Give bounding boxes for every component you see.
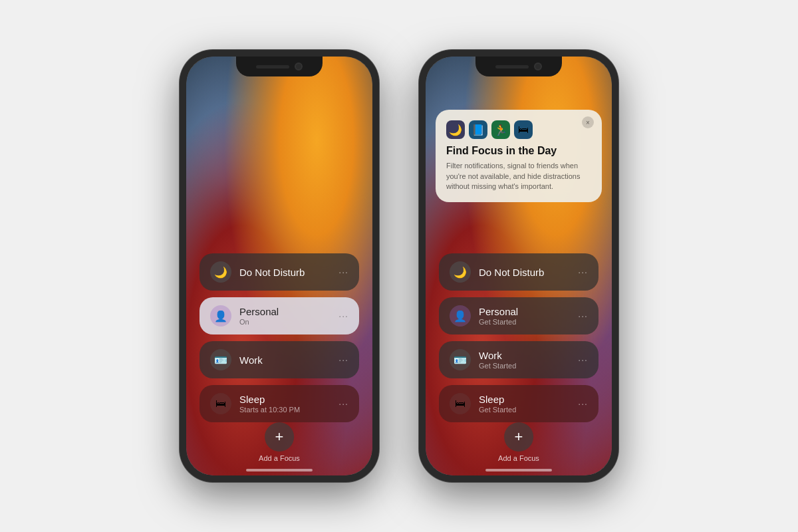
work-more-1[interactable]: ··· [338,354,348,365]
phone-frame-1: 🌙 Do Not Disturb ··· 👤 Personal On ··· [180,50,379,482]
personal-title-2: Personal [479,306,578,317]
personal-subtitle-1: On [239,318,338,326]
focus-list-1: 🌙 Do Not Disturb ··· 👤 Personal On ··· [200,253,359,422]
notch-2 [475,57,562,76]
work-icon-2: 🪪 [450,349,471,370]
focus-text-personal-2: Personal Get Started [479,306,578,326]
focus-item-do-not-disturb-1[interactable]: 🌙 Do Not Disturb ··· [200,253,359,291]
add-focus-button-2[interactable]: + [504,422,533,452]
focus-item-work-1[interactable]: 🪪 Work ··· [200,341,359,378]
focus-tooltip: × 🌙 📘 🏃 🛏 Find Focus in the Day Filter n… [436,110,602,202]
tooltip-icon-row: 🌙 📘 🏃 🛏 [446,120,591,139]
focus-text-dnd-2: Do Not Disturb [479,267,578,278]
sleep-subtitle-2: Get Started [479,406,578,414]
home-indicator-2 [485,469,552,471]
focus-item-personal-1[interactable]: 👤 Personal On ··· [200,297,359,334]
focus-item-personal-2[interactable]: 👤 Personal Get Started ··· [439,297,598,334]
focus-item-sleep-2[interactable]: 🛏 Sleep Get Started ··· [439,385,598,422]
phone-frame-2: × 🌙 📘 🏃 🛏 Find Focus in the Day Filter n… [419,50,618,482]
tooltip-icon-bed: 🛏 [514,120,533,139]
work-icon-1: 🪪 [210,349,231,370]
dnd-more-1[interactable]: ··· [338,267,348,277]
work-more-2[interactable]: ··· [578,354,588,365]
moon-icon-2: 🌙 [450,261,471,283]
focus-text-personal-1: Personal On [239,306,338,326]
notch-1 [236,57,323,76]
personal-title-1: Personal [239,306,338,317]
tooltip-icon-moon: 🌙 [446,120,465,139]
focus-list-2: 🌙 Do Not Disturb ··· 👤 Personal Get Star… [439,253,598,422]
add-focus-2[interactable]: + Add a Focus [498,422,539,462]
tooltip-icon-run: 🏃 [491,120,510,139]
tooltip-body: Filter notifications, signal to friends … [446,161,591,192]
focus-text-sleep-2: Sleep Get Started [479,394,578,414]
personal-subtitle-2: Get Started [479,318,578,326]
focus-text-sleep-1: Sleep Starts at 10:30 PM [239,394,338,414]
sleep-title-2: Sleep [479,394,578,405]
work-subtitle-2: Get Started [479,362,578,370]
tooltip-icon-book: 📘 [469,120,487,139]
sleep-icon-1: 🛏 [210,393,231,414]
dnd-title-2: Do Not Disturb [479,267,578,278]
work-title-2: Work [479,350,578,361]
camera-2 [534,63,542,70]
phone-screen-1: 🌙 Do Not Disturb ··· 👤 Personal On ··· [186,57,372,475]
dnd-title-1: Do Not Disturb [239,267,338,278]
add-focus-1[interactable]: + Add a Focus [259,422,300,462]
add-focus-label-2: Add a Focus [498,454,539,462]
sleep-more-1[interactable]: ··· [338,398,348,409]
work-title-1: Work [239,354,338,366]
personal-more-2[interactable]: ··· [578,311,588,321]
add-focus-button-1[interactable]: + [265,422,294,452]
sleep-more-2[interactable]: ··· [578,398,588,409]
personal-icon-2: 👤 [450,305,471,327]
moon-icon-1: 🌙 [210,261,231,283]
personal-more-1[interactable]: ··· [338,311,348,321]
personal-icon-1: 👤 [210,305,231,327]
dnd-more-2[interactable]: ··· [578,267,588,277]
sleep-title-1: Sleep [239,394,338,405]
add-focus-label-1: Add a Focus [259,454,300,462]
tooltip-title: Find Focus in the Day [446,144,591,157]
phone-1: 🌙 Do Not Disturb ··· 👤 Personal On ··· [180,50,379,482]
tooltip-close-button[interactable]: × [582,116,594,128]
camera-1 [295,63,303,70]
focus-text-work-2: Work Get Started [479,350,578,370]
speaker-2 [495,65,529,68]
focus-text-dnd-1: Do Not Disturb [239,267,338,278]
sleep-subtitle-1: Starts at 10:30 PM [239,406,338,414]
home-indicator-1 [246,469,313,471]
focus-item-sleep-1[interactable]: 🛏 Sleep Starts at 10:30 PM ··· [200,385,359,422]
sleep-icon-2: 🛏 [450,393,471,414]
phone-screen-2: × 🌙 📘 🏃 🛏 Find Focus in the Day Filter n… [426,57,612,475]
focus-item-do-not-disturb-2[interactable]: 🌙 Do Not Disturb ··· [439,253,598,291]
focus-item-work-2[interactable]: 🪪 Work Get Started ··· [439,341,598,378]
phone-2: × 🌙 📘 🏃 🛏 Find Focus in the Day Filter n… [419,50,618,482]
speaker-1 [256,65,289,68]
focus-text-work-1: Work [239,354,338,366]
